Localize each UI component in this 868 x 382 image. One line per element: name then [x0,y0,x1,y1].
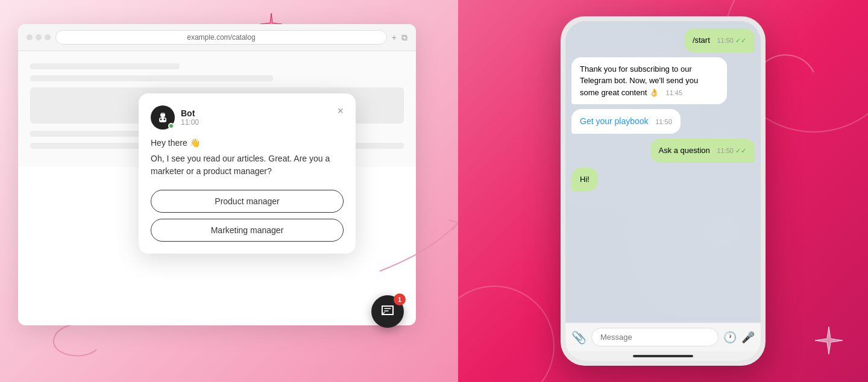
message-askquestion-text: Ask a question [659,146,710,155]
message-playbook-time: 11:50 [655,118,672,125]
message-input[interactable] [591,328,719,346]
message-row-hi: Hi! [571,168,755,192]
mic-icon[interactable]: 🎤 [741,331,755,344]
message-playbook: Get your playbook 11:50 [571,109,681,134]
product-manager-button[interactable]: Product manager [151,190,344,213]
message-start-time: 11:50 [717,37,746,44]
message-askquestion-time: 11:50 [717,147,746,154]
svg-rect-1 [159,117,166,122]
chat-launcher-button[interactable]: 1 [371,295,404,328]
home-bar [633,355,693,357]
chat-popup-header: Bot 11:00 × [151,105,344,130]
chat-greeting: Hey there 👋 [151,138,344,148]
browser-dot-1 [27,34,33,40]
telegram-messages: /start 11:50 Thank you for subscribing t… [565,21,761,322]
browser-address-bar[interactable]: example.com/catalog [55,30,387,45]
right-panel: /start 11:50 Thank you for subscribing t… [458,0,868,382]
message-playbook-link[interactable]: Get your playbook [580,116,649,126]
chat-question: Oh, I see you read our articles. Great. … [151,152,344,178]
bot-time: 11:00 [181,118,199,127]
skeleton-line-2 [30,75,273,81]
bot-avatar [151,105,175,130]
notification-badge: 1 [394,293,406,305]
chat-option-buttons: Product manager Marketing manager [151,190,344,242]
message-row-playbook: Get your playbook 11:50 [571,109,755,134]
bot-name: Bot [181,108,199,118]
browser-plus-icon[interactable]: + [392,33,397,43]
message-row-askquestion: Ask a question 11:50 [571,139,755,163]
sparkle-decoration-right [814,325,844,358]
bot-details: Bot 11:00 [181,108,199,127]
attach-icon[interactable]: 📎 [571,330,587,345]
close-button[interactable]: × [337,105,344,116]
browser-actions: + ⧉ [392,33,407,43]
home-indicator [565,351,761,361]
svg-point-3 [164,119,166,121]
browser-dots [27,34,51,40]
svg-rect-4 [161,113,165,114]
browser-toolbar: example.com/catalog + ⧉ [18,24,416,51]
bot-online-indicator [168,123,174,129]
browser-copy-icon[interactable]: ⧉ [401,33,407,43]
emoji-icon[interactable]: 🕐 [723,331,737,344]
chat-popup: Bot 11:00 × Hey there 👋 Oh, I see you re… [139,93,356,254]
message-hi-text: Hi! [580,175,590,184]
message-start: /start 11:50 [684,28,755,52]
deco-circle-2 [458,286,555,382]
message-row-start: /start 11:50 [571,28,755,52]
skeleton-line-1 [30,63,180,69]
message-thankyou: Thank you for subscribing to our Telegra… [571,57,727,105]
svg-point-2 [160,119,162,121]
message-start-text: /start [693,36,710,45]
bot-info: Bot 11:00 [151,105,199,130]
phone-mockup: /start 11:50 Thank you for subscribing t… [561,16,766,366]
browser-dot-2 [36,34,42,40]
message-hi: Hi! [571,168,598,192]
left-panel: example.com/catalog + ⧉ [0,0,458,382]
telegram-input-bar: 📎 🕐 🎤 [565,322,761,351]
message-thankyou-time: 11:45 [666,89,683,96]
phone-screen: /start 11:50 Thank you for subscribing t… [565,21,761,361]
marketing-manager-button[interactable]: Marketing manager [151,219,344,242]
message-row-thankyou: Thank you for subscribing to our Telegra… [571,57,755,105]
browser-dot-3 [45,34,51,40]
message-askquestion: Ask a question 11:50 [650,139,755,163]
